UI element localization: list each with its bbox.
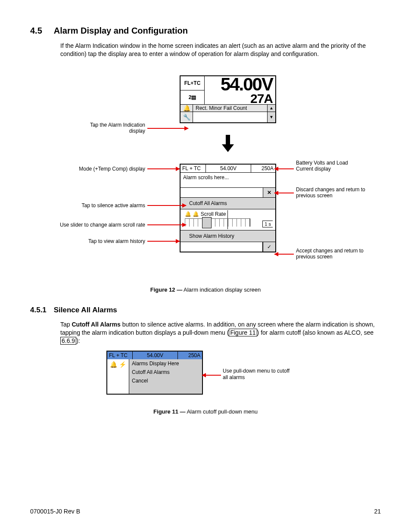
subsection-paragraph: Tap Cutoff All Alarms button to silence … xyxy=(60,320,381,345)
cutoff-all-alarms-button[interactable]: Cutoff All Alarms xyxy=(181,198,275,209)
figure-11-caption: Figure 11 — Alarm cutoff pull-down menu xyxy=(30,408,381,415)
callout-discard: Discard changes and return to previous s… xyxy=(296,187,374,199)
arrow-icon xyxy=(147,205,186,206)
alarm-message: Rect. Minor Fail Count xyxy=(193,105,267,112)
mode-cell: FL + TC xyxy=(107,352,133,359)
callout-pulldown: Use pull-down menu to cutoff all alarms xyxy=(223,368,296,380)
scroll-rate-slider[interactable]: 🔔 🔔 Scroll Rate 1 s xyxy=(181,209,275,230)
bell-icon: 🔔 xyxy=(181,105,193,112)
scroll-rate-value: 1 s xyxy=(262,221,273,227)
alarm-indication-row[interactable]: 🔔 Rect. Minor Fail Count ▲ xyxy=(181,105,275,112)
section-number: 4.5 xyxy=(30,26,52,36)
section-669-ref[interactable]: 6.6.9 xyxy=(60,337,76,345)
callout-history: Tap to view alarm history xyxy=(68,238,145,244)
callout-accept: Accept changes and return to previous sc… xyxy=(296,248,374,260)
section-title: Alarm Display and Configuration xyxy=(54,26,188,35)
figure-11-ref[interactable]: Figure 11 xyxy=(229,329,257,336)
arrow-icon xyxy=(147,128,188,129)
figure-12-caption: Figure 12 — Alarm indication display scr… xyxy=(30,286,381,293)
callout-battery: Battery Volts and Load Current display xyxy=(296,160,365,172)
amps-cell: 250A xyxy=(251,165,275,172)
arrow-icon xyxy=(147,224,186,225)
close-button[interactable]: ✕ xyxy=(263,188,275,197)
wrench-icon[interactable]: 🔧 xyxy=(181,112,193,122)
menu-item-cutoff[interactable]: Cutoff All Alarms xyxy=(129,368,202,376)
amps-cell: 250A xyxy=(178,352,202,359)
arrow-icon xyxy=(274,168,294,169)
callout-slider: Use slider to change alarm scroll rate xyxy=(42,222,145,228)
alarm-icons: 🔔 ⚡ xyxy=(107,359,129,394)
page-number: 21 xyxy=(374,508,381,515)
menu-item-display[interactable]: Alarms Display Here xyxy=(129,359,202,368)
volts-cell: 54.00V xyxy=(133,352,178,359)
arrow-icon xyxy=(274,254,294,255)
figure-11: FL + TC 54.00V 250A 🔔 ⚡ Alarms Display H… xyxy=(93,351,318,407)
arrow-icon xyxy=(147,241,180,242)
arrow-icon xyxy=(274,193,294,193)
page-footer: 0700015-J0 Rev B 21 xyxy=(30,508,381,515)
accept-button[interactable]: ✓ xyxy=(263,242,275,252)
callout-tap-alarm: Tap the Alarm Indication display xyxy=(76,122,145,134)
alarm-scroll-area: Alarm scrolls here... xyxy=(181,173,275,188)
doc-id: 0700015-J0 Rev B xyxy=(30,508,80,515)
voltage-readout: 54.00V xyxy=(205,76,273,93)
pulldown-device: FL + TC 54.00V 250A 🔔 ⚡ Alarms Display H… xyxy=(106,351,203,395)
figure-12: FL+TC 2 ▤ 54.00V 27A 🔔 Rect. Minor Fail … xyxy=(55,75,356,282)
arrow-icon xyxy=(202,375,221,376)
subsection-title: Silence All Alarms xyxy=(54,306,117,314)
section-paragraph: If the Alarm Indication window in the ho… xyxy=(60,42,381,58)
slider-thumb[interactable] xyxy=(202,217,212,228)
menu-item-cancel[interactable]: Cancel xyxy=(129,376,202,385)
count-indicator: 2 ▤ xyxy=(181,90,204,104)
scroll-down-icon[interactable]: ▼ xyxy=(267,112,275,122)
mode-indicator: FL+TC xyxy=(181,76,204,90)
show-alarm-history-button[interactable]: Show Alarm History xyxy=(181,230,275,242)
arrow-icon xyxy=(147,168,180,169)
callout-mode-display: Mode (+Temp Comp) display xyxy=(68,166,145,172)
callout-silence: Tap to silence active alarms xyxy=(68,202,145,208)
volts-cell: 54.00V xyxy=(206,165,251,172)
scroll-up-icon[interactable]: ▲ xyxy=(267,105,275,112)
alarm-config-device: FL + TC 54.00V 250A Alarm scrolls here..… xyxy=(180,164,276,252)
subsection-heading: 4.5.1 Silence All Alarms xyxy=(30,306,381,314)
section-heading: 4.5 Alarm Display and Configuration xyxy=(30,26,381,36)
mode-cell: FL + TC xyxy=(181,165,206,172)
subsection-number: 4.5.1 xyxy=(30,306,52,314)
home-screen-device: FL+TC 2 ▤ 54.00V 27A 🔔 Rect. Minor Fail … xyxy=(180,75,276,123)
pulldown-menu: Alarms Display Here Cutoff All Alarms Ca… xyxy=(129,359,202,394)
